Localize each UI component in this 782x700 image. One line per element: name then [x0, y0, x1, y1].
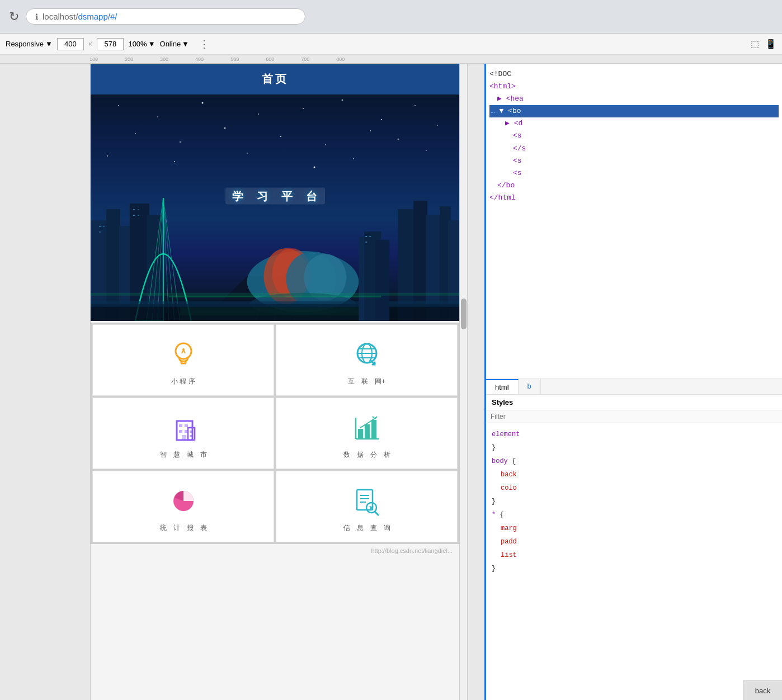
left-gutter	[0, 64, 91, 700]
mobile-viewport[interactable]: 首页	[91, 64, 460, 700]
svg-rect-60	[91, 301, 459, 307]
devtools-tabs-bar: html b	[486, 379, 782, 395]
style-prop-list: list	[501, 548, 776, 562]
svg-rect-81	[179, 424, 182, 427]
mobile-scrollbar-track[interactable]	[460, 64, 468, 700]
city-skyline	[91, 153, 459, 321]
dimension-separator: ×	[88, 40, 93, 48]
code-line-script3[interactable]: <s	[513, 167, 779, 179]
svg-point-2	[202, 102, 204, 104]
code-line-script2[interactable]: <s	[513, 155, 779, 167]
search-doc-icon	[350, 485, 384, 519]
devtools-panel: <!DOC <html> ▶ <hea … ▼ <bo ▶ <d <s </s …	[484, 64, 782, 700]
devtools-toolbar: Responsive ▼ × 100% ▼ Online ▼ ⋮ ⬚ 📱	[0, 34, 782, 55]
code-line-div[interactable]: ▶ <d	[505, 117, 779, 130]
style-rules: element } body { back colo } * { marg	[486, 423, 782, 701]
svg-rect-66	[365, 242, 367, 243]
filter-input[interactable]	[491, 413, 778, 420]
app-header: 首页	[91, 64, 459, 94]
browser-chrome: ↻ ℹ localhost/dsmapp/#/	[0, 0, 782, 34]
main-layout: 首页	[0, 64, 782, 700]
code-line-body-close[interactable]: </bo	[497, 179, 779, 192]
icon-card-chart[interactable]: 数 据 分 析	[276, 398, 458, 469]
network-dropdown[interactable]: Online ▼	[160, 40, 189, 48]
svg-point-10	[180, 141, 181, 143]
globe-icon	[350, 339, 384, 372]
icon-card-building[interactable]: 智 慧 城 市	[92, 398, 274, 469]
svg-rect-36	[138, 209, 139, 210]
building-icon	[167, 412, 200, 446]
code-line-html-close[interactable]: </html	[489, 192, 779, 204]
icon-label-global: 互 联 网+	[348, 377, 385, 386]
code-line-head[interactable]: ▶ <hea	[497, 93, 779, 105]
svg-rect-84	[185, 430, 188, 433]
svg-point-11	[224, 127, 226, 129]
code-line-body[interactable]: … ▼ <bo	[489, 105, 779, 117]
height-input[interactable]	[97, 38, 124, 50]
zoom-dropdown[interactable]: 100% ▼	[128, 40, 155, 48]
svg-point-5	[342, 100, 343, 101]
device-toggle-icon[interactable]: 📱	[765, 39, 776, 50]
icon-label-idea: 小 程 序	[171, 377, 195, 386]
back-button-area[interactable]: back	[743, 680, 782, 700]
filter-bar	[486, 410, 782, 423]
svg-rect-82	[185, 424, 188, 427]
icon-card-pie[interactable]: 统 计 报 表	[92, 471, 274, 542]
code-line-doctype: <!DOC	[489, 68, 779, 81]
svg-rect-68	[169, 296, 381, 297]
svg-rect-86	[190, 431, 192, 433]
svg-line-99	[375, 512, 378, 515]
svg-point-12	[280, 136, 281, 137]
svg-point-3	[258, 113, 259, 115]
style-prop-padding: padd	[501, 535, 776, 548]
svg-rect-64	[365, 236, 367, 237]
styles-header: Styles	[486, 395, 782, 410]
svg-point-7	[414, 105, 416, 106]
svg-rect-34	[99, 231, 101, 233]
icon-card-search[interactable]: 信 息 查 询	[276, 471, 458, 542]
svg-rect-80	[188, 428, 195, 440]
svg-rect-38	[138, 215, 139, 216]
svg-rect-89	[365, 424, 370, 439]
chart-icon	[350, 412, 384, 446]
icon-label-chart: 数 据 分 析	[343, 450, 390, 460]
style-rule-star: * {	[492, 508, 776, 522]
more-options-icon[interactable]: ⋮	[199, 38, 209, 50]
icon-card-idea[interactable]: 小 程 序	[92, 324, 274, 396]
svg-rect-85	[182, 435, 186, 440]
style-rule-brace3: }	[492, 562, 776, 575]
svg-rect-32	[99, 226, 101, 227]
svg-rect-67	[91, 293, 459, 296]
svg-rect-33	[103, 226, 105, 227]
svg-point-9	[135, 133, 136, 134]
info-icon: ℹ	[35, 12, 38, 21]
icon-label-pie: 统 计 报 表	[160, 523, 207, 533]
styles-panel: Styles element } body { back c	[486, 395, 782, 701]
style-rule-brace2: }	[492, 495, 776, 508]
svg-point-4	[303, 108, 304, 109]
right-gutter	[468, 64, 484, 700]
icon-card-global[interactable]: 互 联 网+	[276, 324, 458, 396]
svg-point-21	[426, 150, 427, 151]
svg-point-15	[398, 139, 399, 140]
icon-label-search: 信 息 查 询	[343, 523, 390, 533]
bulb-icon	[167, 339, 200, 372]
responsive-dropdown[interactable]: Responsive ▼	[6, 40, 53, 48]
inspect-icon[interactable]: ⬚	[751, 39, 762, 50]
svg-point-73	[182, 348, 185, 351]
svg-point-13	[325, 144, 326, 145]
code-line-html[interactable]: <html>	[489, 81, 779, 93]
svg-rect-35	[133, 209, 135, 210]
width-input[interactable]	[57, 38, 84, 50]
svg-rect-63	[375, 240, 389, 321]
code-line-script1[interactable]: <s	[513, 130, 779, 142]
mobile-scrollbar-thumb[interactable]	[461, 299, 467, 329]
hero-title-text: 学 习 平 台	[225, 189, 325, 204]
address-bar[interactable]: ℹ localhost/dsmapp/#/	[26, 8, 305, 25]
svg-point-1	[157, 116, 158, 117]
svg-rect-90	[371, 420, 376, 439]
refresh-icon[interactable]: ↻	[9, 10, 19, 24]
tab-html[interactable]: html	[486, 379, 519, 394]
code-line-script1-close[interactable]: </s	[513, 143, 779, 155]
tab-b[interactable]: b	[519, 379, 541, 394]
